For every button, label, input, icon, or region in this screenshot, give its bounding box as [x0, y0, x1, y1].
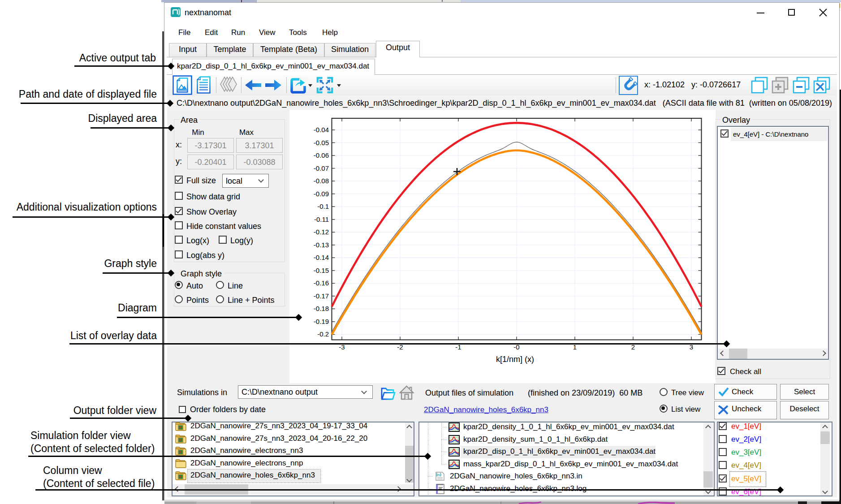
- svg-text:n: n: [437, 473, 440, 477]
